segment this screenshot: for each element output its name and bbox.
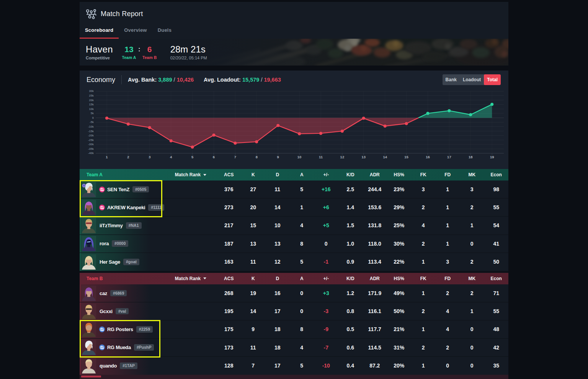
- chart-point-round-1[interactable]: [105, 116, 108, 120]
- player-row-rg-mueda[interactable]: RG Mueda#PushP17311184-70.6114.531%22042: [80, 339, 508, 357]
- player-row-rora[interactable]: rora#00001871313801.0118.030%21041: [80, 235, 508, 253]
- team-header-b: Team BMatch RankACSKDA+/-K/DADRHS%FKFDMK…: [80, 273, 508, 284]
- column-header-adr[interactable]: ADR: [363, 276, 387, 281]
- match-rank-sort[interactable]: Match Rank: [170, 276, 211, 281]
- economy-title: Economy: [87, 76, 115, 84]
- player-name[interactable]: RG Mueda: [107, 345, 131, 350]
- column-header-d[interactable]: D: [265, 276, 290, 281]
- column-header-fk[interactable]: FK: [411, 276, 436, 281]
- player-name[interactable]: quando: [100, 363, 117, 369]
- stat-: -7: [314, 345, 338, 351]
- player-row-akrew-kanpeki[interactable]: AKREW Kanpeki#111127320141+61.4153.629%2…: [80, 199, 508, 217]
- chart-point-round-3[interactable]: [148, 126, 151, 129]
- chart-point-round-14[interactable]: [384, 125, 387, 128]
- time-block: 28m 21s 02/20/22, 05:14 PM: [170, 44, 207, 60]
- chart-point-round-12[interactable]: [341, 130, 344, 133]
- column-header-fk[interactable]: FK: [411, 172, 436, 177]
- column-header-kd[interactable]: K/D: [338, 172, 363, 177]
- stat-d: 16: [265, 290, 290, 296]
- column-header-mk[interactable]: MK: [460, 276, 484, 281]
- chart-point-round-13[interactable]: [362, 117, 365, 120]
- column-header-a[interactable]: A: [290, 172, 314, 177]
- player-name[interactable]: iiTzTimmy: [100, 223, 123, 228]
- player-row-gcxxi[interactable]: Gcxxi#val19514170-30.8116.150%24155: [80, 302, 508, 320]
- column-header-hs[interactable]: HS%: [387, 172, 412, 177]
- column-header-fd[interactable]: FD: [436, 276, 460, 281]
- column-header-fd[interactable]: FD: [436, 172, 460, 177]
- economy-toggle-bank[interactable]: Bank: [443, 74, 460, 85]
- column-header-mk[interactable]: MK: [460, 172, 484, 177]
- stat-k: 27: [241, 186, 266, 192]
- stat-hs: 31%: [387, 345, 412, 351]
- slash: /: [174, 77, 175, 83]
- column-header-acs[interactable]: ACS: [217, 276, 241, 281]
- player-cell: Her Sage#goat: [80, 253, 170, 271]
- player-name[interactable]: AKREW Kanpeki: [107, 205, 145, 210]
- player-tag: #0000: [112, 240, 128, 247]
- chart-point-round-5[interactable]: [191, 146, 194, 149]
- chart-point-round-19[interactable]: [490, 103, 493, 106]
- chart-point-round-7[interactable]: [234, 141, 237, 144]
- player-tag: #6869: [110, 290, 127, 297]
- chart-point-round-2[interactable]: [127, 123, 130, 126]
- column-header-econ[interactable]: Econ: [484, 276, 509, 281]
- player-name[interactable]: Her Sage: [100, 259, 120, 265]
- stat-acs: 273: [217, 204, 241, 210]
- column-header-kd[interactable]: K/D: [338, 276, 363, 281]
- player-cell: RG Posters#2259: [80, 320, 170, 338]
- player-name[interactable]: rora: [100, 241, 109, 246]
- page-title: Match Report: [101, 10, 143, 18]
- column-header-adr[interactable]: ADR: [363, 172, 387, 177]
- column-header-acs[interactable]: ACS: [217, 172, 241, 177]
- chart-point-round-9[interactable]: [276, 124, 279, 127]
- column-header-[interactable]: +/-: [314, 276, 338, 281]
- column-header-d[interactable]: D: [265, 172, 290, 177]
- player-cell: Gcxxi#val: [80, 302, 170, 320]
- economy-toggle-total[interactable]: Total: [484, 74, 501, 85]
- column-header-a[interactable]: A: [290, 276, 314, 281]
- player-row-sen-tenz[interactable]: SEN TenZ#050537627115+162.5244.423%31398: [80, 180, 508, 199]
- chart-point-round-8[interactable]: [255, 140, 258, 143]
- player-name[interactable]: Gcxxi: [100, 308, 113, 314]
- stat-fd: 0: [436, 363, 460, 369]
- chart-point-round-10[interactable]: [298, 132, 301, 135]
- player-row-caz[interactable]: caz#686926819160+31.2171.949%12271: [80, 284, 508, 302]
- player-name[interactable]: RG Posters: [107, 326, 133, 332]
- avg-bank-team-b: 10,426: [177, 77, 194, 83]
- player-row-quando[interactable]: quando#1TAP1287175-100.487.220%10035: [80, 357, 508, 375]
- player-row-iitztimmy[interactable]: iiTzTimmy#NA121715104+51.5131.825%41154: [80, 217, 508, 235]
- agent-avatar-timmy: [82, 218, 96, 233]
- tab-overview[interactable]: Overview: [119, 24, 152, 39]
- chart-point-round-15[interactable]: [405, 122, 408, 125]
- chart-point-round-4[interactable]: [170, 139, 173, 143]
- team-b-score: 6: [147, 45, 152, 54]
- chart-point-round-11[interactable]: [319, 132, 322, 135]
- tab-scoreboard[interactable]: Scoreboard: [80, 24, 119, 39]
- player-name[interactable]: caz: [100, 290, 107, 296]
- stat-fk: 2: [411, 204, 436, 210]
- chart-point-round-17[interactable]: [448, 109, 451, 112]
- player-row-her-sage[interactable]: Her Sage#goat16311125-10.9113.422%13250: [80, 253, 508, 271]
- column-header-k[interactable]: K: [241, 276, 266, 281]
- economy-toggle-loadout[interactable]: Loadout: [460, 74, 484, 85]
- chart-point-round-6[interactable]: [212, 134, 216, 137]
- column-header-hs[interactable]: HS%: [387, 276, 412, 281]
- stat-hs: 50%: [387, 308, 412, 314]
- svg-text:-5k: -5k: [90, 120, 94, 124]
- stat-fk: 2: [411, 308, 436, 314]
- stat-d: 14: [265, 204, 290, 210]
- stat-a: 5: [290, 363, 314, 369]
- column-header-econ[interactable]: Econ: [484, 172, 509, 177]
- svg-text:30k: 30k: [89, 89, 94, 93]
- team-body-a: SEN TenZ#050537627115+162.5244.423%31398…: [80, 180, 508, 271]
- chart-point-round-16[interactable]: [426, 112, 430, 115]
- column-header-[interactable]: +/-: [314, 172, 338, 177]
- chart-point-round-18[interactable]: [469, 113, 472, 116]
- column-header-k[interactable]: K: [241, 172, 266, 177]
- tab-duels[interactable]: Duels: [152, 24, 177, 39]
- player-name[interactable]: SEN TenZ: [107, 187, 129, 192]
- stat-kd: 0.8: [338, 308, 363, 314]
- match-rank-sort[interactable]: Match Rank: [170, 172, 211, 177]
- stat-acs: 195: [217, 308, 241, 314]
- player-row-rg-posters[interactable]: RG Posters#22591759188-90.5117.721%14048: [80, 320, 508, 338]
